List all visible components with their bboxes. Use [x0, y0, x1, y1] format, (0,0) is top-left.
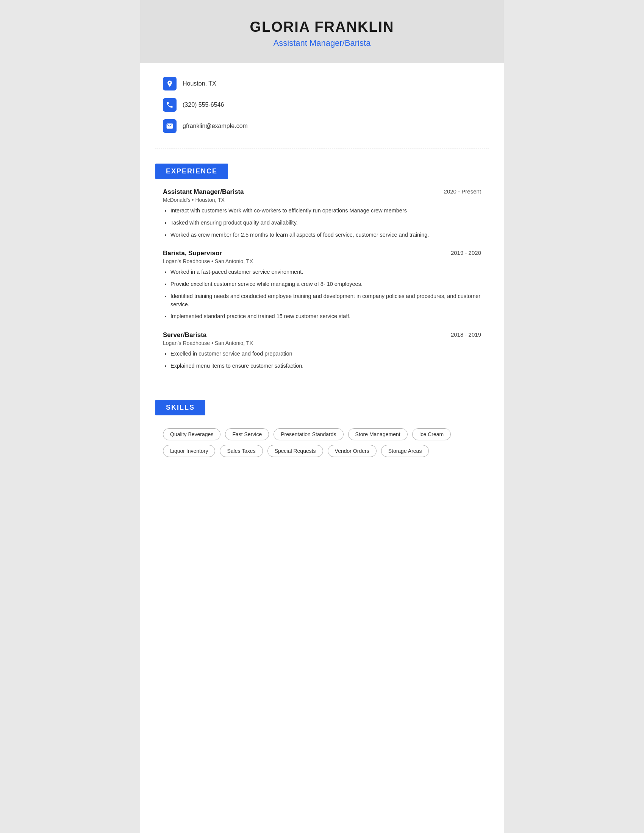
job-title-2: Barista, Supervisor — [163, 249, 222, 257]
phone-text: (320) 555-6546 — [183, 101, 224, 108]
location-icon — [163, 77, 177, 90]
experience-list: Assistant Manager/Barista 2020 - Present… — [140, 188, 504, 389]
list-item: Worked as crew member for 2.5 months to … — [171, 231, 481, 239]
skill-badge: Presentation Standards — [274, 428, 343, 441]
list-item: Explained menu items to ensure customer … — [171, 362, 481, 370]
experience-section-wrapper: EXPERIENCE Assistant Manager/Barista 202… — [140, 152, 504, 389]
candidate-title: Assistant Manager/Barista — [163, 38, 481, 48]
list-item: Tasked with ensuring product quality and… — [171, 219, 481, 227]
skill-badge: Store Management — [348, 428, 407, 441]
divider-bottom — [155, 480, 489, 480]
skill-badge: Storage Areas — [381, 445, 429, 457]
skills-list: Quality BeveragesFast ServicePresentatio… — [140, 428, 504, 472]
skill-badge: Special Requests — [267, 445, 323, 457]
contact-section: Houston, TX (320) 555-6546 gfranklin@exa… — [140, 63, 504, 144]
job-entry-1: Assistant Manager/Barista 2020 - Present… — [163, 188, 481, 239]
job-company-1: McDonald's • Houston, TX — [163, 197, 481, 203]
skill-badge: Fast Service — [225, 428, 269, 441]
job-dates-3: 2018 - 2019 — [451, 331, 481, 338]
email-icon — [163, 119, 177, 133]
job-header-3: Server/Barista 2018 - 2019 — [163, 331, 481, 339]
resume-page: GLORIA FRANKLIN Assistant Manager/Barist… — [140, 0, 504, 833]
contact-email: gfranklin@example.com — [163, 119, 481, 133]
job-title-3: Server/Barista — [163, 331, 206, 339]
skill-badge: Ice Cream — [412, 428, 451, 441]
job-company-3: Logan's Roadhouse • San Antonio, TX — [163, 340, 481, 346]
email-text: gfranklin@example.com — [183, 123, 248, 130]
skill-badge: Quality Beverages — [163, 428, 221, 441]
job-bullets-2: Worked in a fast-paced customer service … — [163, 268, 481, 321]
phone-icon — [163, 98, 177, 112]
list-item: Identified training needs and conducted … — [171, 292, 481, 309]
list-item: Excelled in customer service and food pr… — [171, 350, 481, 358]
list-item: Provide excellent customer service while… — [171, 280, 481, 288]
skill-badge: Vendor Orders — [328, 445, 377, 457]
resume-header: GLORIA FRANKLIN Assistant Manager/Barist… — [140, 0, 504, 63]
job-entry-3: Server/Barista 2018 - 2019 Logan's Roadh… — [163, 331, 481, 370]
divider-contact — [155, 148, 489, 148]
experience-section-label: EXPERIENCE — [155, 164, 228, 179]
job-title-1: Assistant Manager/Barista — [163, 188, 244, 196]
contact-location: Houston, TX — [163, 77, 481, 90]
job-dates-1: 2020 - Present — [444, 188, 481, 195]
job-bullets-3: Excelled in customer service and food pr… — [163, 350, 481, 370]
candidate-name: GLORIA FRANKLIN — [163, 19, 481, 35]
contact-phone: (320) 555-6546 — [163, 98, 481, 112]
job-entry-2: Barista, Supervisor 2019 - 2020 Logan's … — [163, 249, 481, 321]
job-bullets-1: Interact with customers Work with co-wor… — [163, 207, 481, 239]
job-dates-2: 2019 - 2020 — [451, 249, 481, 256]
job-header-2: Barista, Supervisor 2019 - 2020 — [163, 249, 481, 257]
skills-section-wrapper: SKILLS Quality BeveragesFast ServicePres… — [140, 389, 504, 472]
list-item: Implemented standard practice and traine… — [171, 312, 481, 321]
list-item: Worked in a fast-paced customer service … — [171, 268, 481, 277]
skills-section-label: SKILLS — [155, 400, 205, 415]
job-header-1: Assistant Manager/Barista 2020 - Present — [163, 188, 481, 196]
skill-badge: Sales Taxes — [220, 445, 262, 457]
skill-badge: Liquor Inventory — [163, 445, 215, 457]
list-item: Interact with customers Work with co-wor… — [171, 207, 481, 215]
job-company-2: Logan's Roadhouse • San Antonio, TX — [163, 258, 481, 264]
skills-grid: Quality BeveragesFast ServicePresentatio… — [163, 428, 481, 457]
location-text: Houston, TX — [183, 80, 216, 87]
